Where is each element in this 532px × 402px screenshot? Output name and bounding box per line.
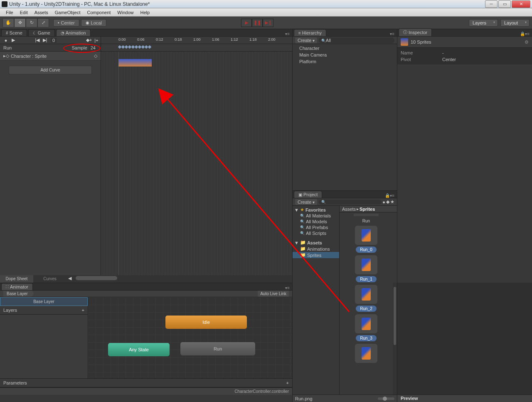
project-footer-path: Run.png <box>295 396 313 401</box>
step-button[interactable]: ▶❙ <box>263 19 273 27</box>
move-tool[interactable]: ✥ <box>14 18 26 27</box>
timeline-scroll[interactable]: ◀ <box>66 275 292 281</box>
state-run[interactable]: Run <box>180 342 255 355</box>
filter-icon[interactable]: ◆ <box>386 199 389 205</box>
assets-header[interactable]: ▼📁Assets <box>293 239 339 246</box>
hierarchy-item[interactable]: Platform <box>293 58 397 65</box>
menu-component[interactable]: Component <box>84 10 114 15</box>
rotate-tool[interactable]: ↻ <box>26 18 37 27</box>
unity-logo-icon <box>2 1 7 7</box>
playhead[interactable] <box>118 52 119 275</box>
add-curve-button[interactable]: Add Curve <box>9 66 92 74</box>
frame-field[interactable]: 0 <box>51 38 57 43</box>
state-any[interactable]: Any State <box>108 343 170 356</box>
filter-icon[interactable]: ● <box>382 200 385 205</box>
hierarchy-options[interactable]: ▾≡ <box>390 32 394 36</box>
title-bar: Unity - 1.unity - Unity2DTraining - PC, … <box>0 0 532 8</box>
tab-animation[interactable]: ◔ Animation <box>56 29 91 36</box>
sprite-item[interactable]: Run_3 <box>355 314 377 341</box>
name-label: Name <box>401 50 442 55</box>
record-button[interactable]: ● <box>2 37 9 43</box>
preview-header[interactable]: Preview <box>397 395 532 402</box>
next-key-button[interactable]: ▶| <box>42 37 48 43</box>
close-button[interactable]: ✕ <box>512 0 530 8</box>
sprite-item[interactable]: Run_2 <box>355 285 377 312</box>
menu-gameobject[interactable]: GameObject <box>52 10 84 15</box>
prev-key-button[interactable]: |◀ <box>34 37 41 43</box>
pivot-value: Center <box>442 57 456 62</box>
curves-tab[interactable]: Curves <box>33 275 66 283</box>
sprite-item[interactable]: Run_0 <box>355 226 377 253</box>
add-layer-button[interactable]: + <box>82 308 84 313</box>
project-search[interactable]: 🔍 <box>319 200 382 205</box>
animator-options[interactable]: ▾≡ <box>285 286 290 290</box>
timeline-area[interactable] <box>101 52 292 275</box>
menu-file[interactable]: File <box>2 10 17 15</box>
add-key-button[interactable]: ◆+ <box>86 37 92 43</box>
property-row[interactable]: ▸◇Character : Sprite◇ <box>0 52 101 61</box>
sprite-preview-strip <box>118 59 152 67</box>
pause-button[interactable]: ❚❚ <box>252 19 263 27</box>
menu-help[interactable]: Help <box>137 10 153 15</box>
filter-icon[interactable]: ★ <box>390 199 394 205</box>
project-options[interactable]: 🔒▾≡ <box>385 193 394 198</box>
minimize-button[interactable]: ─ <box>485 0 498 8</box>
folder-item[interactable]: 📁Animations <box>293 246 339 252</box>
gear-icon[interactable]: ⚙ <box>525 39 529 45</box>
sample-label: Sample <box>71 45 87 50</box>
add-param-button[interactable]: + <box>286 380 289 385</box>
layers-dropdown[interactable]: Layers <box>469 19 498 27</box>
tab-options[interactable]: ▾≡ <box>285 32 290 36</box>
pivot-center-toggle[interactable]: ▪ Center <box>53 19 79 27</box>
layout-dropdown[interactable]: Layout <box>500 19 530 27</box>
hierarchy-search[interactable]: 🔍All <box>319 37 394 43</box>
clip-dropdown[interactable]: Run <box>0 45 62 50</box>
thumbnail-size-slider[interactable] <box>378 397 394 400</box>
anim-play-button[interactable]: ▶ <box>10 37 17 43</box>
scrollbar[interactable] <box>393 283 397 395</box>
space-local-toggle[interactable]: ◉ Local <box>81 19 106 27</box>
run-asset-slider[interactable] <box>354 214 379 216</box>
hierarchy-list: Character Main Camera Platform <box>293 44 397 190</box>
hierarchy-item[interactable]: Main Camera <box>293 52 397 58</box>
hierarchy-create[interactable]: Create ▾ <box>295 37 317 43</box>
state-idle[interactable]: Idle <box>165 316 247 329</box>
play-button[interactable]: ▶ <box>241 19 252 27</box>
animator-graph[interactable]: Idle Any State Run <box>88 297 292 378</box>
fav-item[interactable]: 🔍All Prefabs <box>293 224 339 230</box>
sprite-item[interactable] <box>355 344 377 363</box>
dope-sheet-tab[interactable]: Dope Sheet <box>0 275 33 283</box>
layer-breadcrumb[interactable]: Base Layer <box>3 291 34 297</box>
menu-window[interactable]: Window <box>114 10 137 15</box>
run-asset-label[interactable]: Run <box>354 219 379 223</box>
auto-live-link[interactable]: Auto Live Link <box>258 291 289 297</box>
tab-inspector[interactable]: ⓘ Inspector <box>399 28 432 36</box>
tab-game[interactable]: ☾ Game <box>28 29 55 36</box>
folder-item-selected[interactable]: 📁Sprites <box>293 252 339 258</box>
hand-tool[interactable]: ✋ <box>2 18 14 27</box>
keyframe-row[interactable] <box>118 46 151 48</box>
menu-assets[interactable]: Assets <box>31 10 52 15</box>
scale-tool[interactable]: ⤢ <box>37 18 49 27</box>
tab-project[interactable]: ▣ Project <box>294 191 322 198</box>
inspector-title: 10 Sprites <box>411 39 431 44</box>
name-value: - <box>442 50 444 55</box>
hierarchy-item[interactable]: Character <box>293 45 397 52</box>
project-create[interactable]: Create ▾ <box>295 199 317 205</box>
tab-hierarchy[interactable]: ≡ Hierarchy <box>294 29 326 36</box>
fav-item[interactable]: 🔍All Materials <box>293 213 339 219</box>
layer-item[interactable]: Base Layer <box>0 297 88 306</box>
inspector-options[interactable]: 🔒▾≡ <box>520 32 530 36</box>
add-event-button[interactable]: |+ <box>93 37 100 43</box>
timeline-ruler[interactable]: 0:00 0:06 0:12 0:18 1:00 1:06 1:12 1:18 … <box>101 37 292 44</box>
sprite-item[interactable]: Run_1 <box>355 255 377 282</box>
sample-value[interactable]: 24 <box>89 45 97 50</box>
maximize-button[interactable]: ▭ <box>498 0 511 8</box>
fav-item[interactable]: 🔍All Models <box>293 219 339 224</box>
tab-animator[interactable]: ⸬ Animator <box>1 283 33 290</box>
menu-edit[interactable]: Edit <box>17 10 31 15</box>
favorites-header[interactable]: ▼★Favorites <box>293 207 339 213</box>
fav-item[interactable]: 🔍All Scripts <box>293 230 339 236</box>
tab-scene[interactable]: # Scene <box>1 29 27 36</box>
project-tree: ▼★Favorites 🔍All Materials 🔍All Models 🔍… <box>293 206 340 283</box>
